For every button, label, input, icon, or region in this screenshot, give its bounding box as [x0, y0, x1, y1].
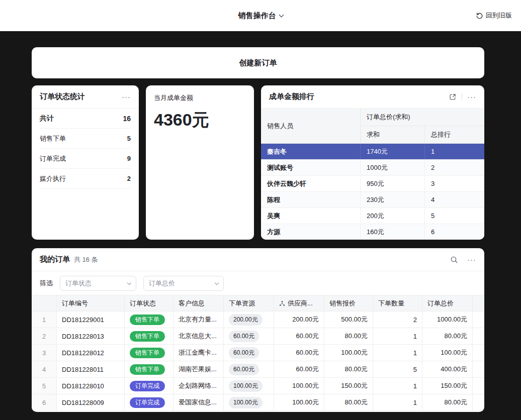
filter-order-total-select[interactable]: 订单总价	[143, 276, 224, 291]
sum-value: 1000元	[361, 160, 425, 175]
person-name: 陈程	[261, 192, 361, 207]
orders-table: 订单编号 订单状态 客户信息 下单资源 供应商... 销售报价 下单数量 订单总…	[32, 295, 484, 411]
sum-value: 200元	[361, 208, 425, 224]
column-header-index	[32, 295, 57, 311]
order-total: 80.00元	[422, 394, 473, 411]
resource-cell: 60.00元	[224, 361, 274, 378]
status-rows: 共计 16 销售下单 5 订单完成 9 媒介执行 2	[32, 109, 139, 189]
status-value: 5	[127, 135, 131, 142]
order-qty: 1	[373, 394, 422, 411]
sales-quote: 80.00元	[324, 328, 373, 345]
order-qty: 1	[373, 328, 422, 345]
order-total: 1000.00元	[422, 311, 473, 328]
person-name: 秦吉冬	[261, 144, 361, 159]
column-header-quote: 销售报价	[324, 295, 373, 311]
overflow-cell	[473, 361, 484, 378]
supplier-price: 100.00元	[274, 394, 324, 411]
column-header-supplier-label: 供应商...	[288, 299, 313, 308]
back-to-old-version-link[interactable]: 回到旧版	[476, 11, 512, 20]
person-name: 吴爽	[261, 208, 361, 224]
more-icon[interactable]: ···	[122, 93, 131, 100]
customer-info: 爱国家信息...	[173, 394, 224, 411]
orders-count: 共 16 条	[74, 255, 98, 264]
table-row[interactable]: 6 DD181228009 订单完成 爱国家信息... 100.00元 100.…	[32, 394, 484, 411]
more-icon[interactable]: ···	[467, 93, 476, 100]
column-header-customer: 客户信息	[173, 295, 224, 311]
chevron-down-icon	[215, 280, 219, 284]
overflow-cell	[473, 394, 484, 411]
status-card-header: 订单状态统计 ···	[32, 85, 139, 109]
ranking-row: 伙伴云魏少轩 950元 3	[261, 176, 484, 192]
more-icon[interactable]: ···	[467, 256, 476, 263]
status-badge: 销售下单	[130, 364, 165, 375]
row-index: 5	[32, 378, 57, 394]
table-row[interactable]: 3 DD181228012 销售下单 浙江金鹰卡... 60.00元 60.00…	[32, 345, 484, 361]
sum-value: 1740元	[361, 144, 425, 159]
column-header-resource: 下单资源	[224, 295, 274, 311]
sales-quote: 100.00元	[324, 345, 373, 361]
sum-value: 230元	[361, 192, 425, 207]
supplier-price: 200.00元	[274, 311, 324, 328]
resource-cell: 60.00元	[224, 328, 274, 345]
amount-card-title: 当月成单金额	[154, 93, 246, 102]
ranking-row: 陈程 230元 4	[261, 192, 484, 208]
resource-cell: 100.00元	[224, 394, 274, 411]
table-row[interactable]: 1 DD181229001 销售下单 北京有力量... 200.00元 200.…	[32, 311, 484, 328]
export-icon[interactable]	[449, 93, 457, 101]
table-row[interactable]: 5 DD181228010 订单完成 企划路网络... 100.00元 100.…	[32, 378, 484, 394]
order-qty: 1	[373, 345, 422, 361]
status-badge: 订单完成	[130, 397, 165, 408]
orders-card-header: 我的订单 共 16 条 ···	[32, 248, 484, 271]
row-index: 2	[32, 328, 57, 345]
status-label: 媒介执行	[40, 174, 66, 183]
order-total: 100.00元	[422, 345, 473, 361]
rank-value: 5	[425, 208, 484, 224]
supplier-price: 100.00元	[274, 378, 324, 394]
column-header-rank: 总排行	[425, 126, 484, 143]
page-title: 销售操作台	[238, 11, 276, 21]
order-qty: 5	[373, 361, 422, 378]
order-id: DD181228012	[57, 345, 125, 361]
chevron-down-icon	[279, 12, 284, 17]
row-index: 6	[32, 394, 57, 411]
status-row: 媒介执行 2	[40, 169, 131, 189]
search-icon[interactable]	[450, 256, 458, 264]
ranking-table-header: 销售人员 订单总价(求和) 求和 总排行	[261, 109, 484, 144]
select-placeholder: 订单状态	[65, 279, 92, 288]
order-total: 150.00元	[422, 378, 473, 394]
order-id: DD181228009	[57, 394, 125, 411]
order-id: DD181228010	[57, 378, 125, 394]
column-header-total: 订单总价	[422, 295, 473, 311]
customer-info: 企划路网络...	[173, 378, 224, 394]
status-value: 9	[127, 155, 131, 162]
ranking-card-title: 成单金额排行	[269, 92, 314, 101]
resource-tag: 200.00元	[229, 314, 263, 326]
status-value: 16	[123, 115, 131, 123]
table-row[interactable]: 4 DD181228011 销售下单 湖南芒果娱... 60.00元 60.00…	[32, 361, 484, 378]
order-qty: 1	[373, 378, 422, 394]
ranking-table: 销售人员 订单总价(求和) 求和 总排行 秦吉冬 1740元 1 测试账	[261, 109, 484, 240]
workspace-switcher[interactable]: 销售操作台	[238, 11, 283, 21]
status-badge: 销售下单	[130, 331, 165, 342]
create-order-button[interactable]: 创建新订单	[32, 47, 484, 78]
rank-value: 2	[425, 160, 484, 175]
overflow-cell	[473, 311, 484, 328]
amount-value: 4360元	[154, 109, 246, 132]
filter-label: 筛选	[40, 279, 53, 288]
filter-order-status-select[interactable]: 订单状态	[60, 276, 136, 291]
customer-info: 北京信息大...	[173, 328, 224, 345]
relation-icon	[279, 300, 285, 306]
ranking-card-header: 成单金额排行 ···	[261, 85, 484, 109]
chevron-down-icon	[127, 280, 131, 284]
status-label: 共计	[40, 114, 54, 123]
table-row[interactable]: 2 DD181228013 销售下单 北京信息大... 60.00元 60.00…	[32, 328, 484, 345]
status-card-title: 订单状态统计	[40, 92, 85, 101]
orders-table-header: 订单编号 订单状态 客户信息 下单资源 供应商... 销售报价 下单数量 订单总…	[32, 295, 484, 311]
order-total: 80.00元	[422, 328, 473, 345]
status-row: 订单完成 9	[40, 149, 131, 169]
order-id: DD181228013	[57, 328, 125, 345]
status-badge: 销售下单	[130, 314, 165, 325]
resource-tag: 60.00元	[229, 331, 259, 342]
monthly-amount-card: 当月成单金额 4360元	[146, 85, 254, 240]
customer-info: 浙江金鹰卡...	[173, 345, 224, 361]
